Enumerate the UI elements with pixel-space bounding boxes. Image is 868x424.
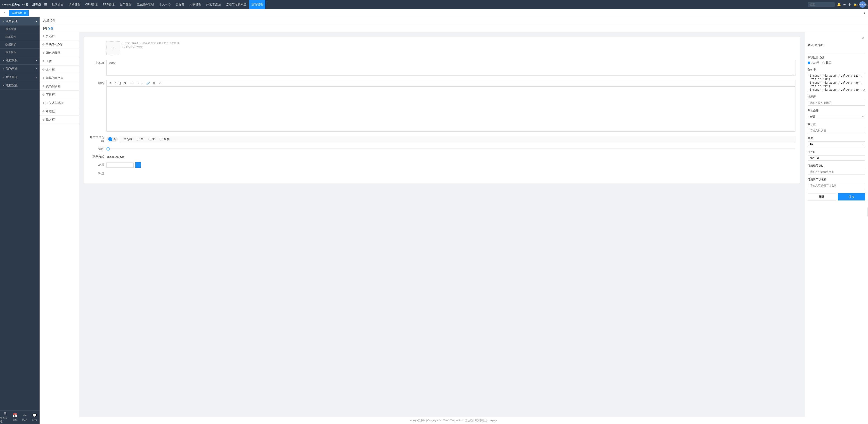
save-icon: 💾: [43, 27, 47, 30]
nav-more-icon[interactable]: ›: [266, 0, 269, 9]
search-input[interactable]: [808, 2, 835, 7]
sidebar-item-my-tasks[interactable]: ≡ 我的事务 ▾: [0, 65, 39, 73]
radio-json[interactable]: Json串: [808, 61, 819, 65]
panel-edit-node-name-input[interactable]: [808, 183, 865, 188]
upload-box[interactable]: +: [106, 41, 120, 55]
nav-item-personal[interactable]: 个人中心: [157, 0, 173, 9]
radio-circle-monster: [160, 138, 163, 141]
avatar[interactable]: chendong...: [860, 1, 866, 8]
toggle-switch[interactable]: 否: [106, 137, 118, 142]
radio-item-male[interactable]: 男: [137, 137, 144, 141]
sidebar-item-process-template[interactable]: ≡ 流程模板 ▾: [0, 56, 39, 65]
sidebar-item-all-tasks[interactable]: ≡ 所有事务 ▾: [0, 73, 39, 81]
emoji-button[interactable]: ☺: [158, 81, 162, 85]
nav-item-dev[interactable]: 开发者桌面: [204, 0, 223, 9]
sidebar-item-process-config[interactable]: ≡ 流程配置: [0, 81, 39, 90]
nav-item-erp[interactable]: ERP管理: [100, 0, 117, 9]
canvas-inner: + 只支持 PNG,JPG,jpeg,gif 格式,最多上传 1 个文件 格 式…: [84, 37, 800, 184]
text-textarea[interactable]: [106, 60, 796, 76]
panel-default-input[interactable]: [808, 128, 865, 133]
underline-button[interactable]: U: [118, 81, 122, 85]
panel-limit-select[interactable]: 全部: [808, 114, 865, 119]
panel-width-label: 宽度: [808, 136, 865, 140]
resize-handle[interactable]: [867, 208, 868, 216]
home-button[interactable]: ⌂: [1, 9, 8, 17]
nav-item-cloud[interactable]: 云服务: [174, 0, 187, 9]
hamburger-icon[interactable]: ☰: [44, 2, 47, 7]
title-input-1[interactable]: [106, 162, 133, 168]
panel-close-button[interactable]: ✕: [860, 35, 865, 41]
settings-icon[interactable]: ⚙: [848, 3, 851, 6]
save-button[interactable]: 💾 保存: [43, 26, 54, 31]
textarea-row: 文本框: [88, 60, 796, 77]
nav-item-default[interactable]: 默认桌面: [50, 0, 66, 9]
comp-dropdown[interactable]: ✛ 下拉框: [39, 91, 79, 99]
panel-edit-node-id-input[interactable]: [808, 169, 865, 175]
comp-textarea[interactable]: ✛ 文本框: [39, 65, 79, 74]
radio-item-monster[interactable]: 妖怪: [160, 137, 170, 141]
tab-form-template[interactable]: 表单模板 ✕: [9, 10, 29, 16]
bottom-nav-notes[interactable]: ✏ 笔记: [20, 411, 30, 424]
save-panel-button[interactable]: 保存: [838, 193, 866, 201]
message-icon[interactable]: ✉: [843, 3, 846, 6]
panel-hint-input[interactable]: [808, 100, 865, 105]
textarea-label: 文本框: [88, 60, 106, 66]
sidebar-item-form-template[interactable]: 表单模板: [0, 49, 39, 56]
comp-toggle-radio[interactable]: ✛ 开关式单选框: [39, 99, 79, 108]
nav-item-workflow[interactable]: 流程管理: [249, 0, 266, 9]
richtext-row: 给跑 B I U S ≡ ≡ ≡ 🔗: [88, 80, 796, 131]
form-header: 表单控件: [39, 17, 868, 25]
nav-item-aftersales[interactable]: 售后服务管理: [134, 0, 156, 9]
comp-slider[interactable]: ✛ 滑块(1~100): [39, 40, 79, 49]
comp-code-editor[interactable]: ✛ 代码编辑器: [39, 82, 79, 91]
sidebar-item-form-control[interactable]: 表单控件: [0, 33, 39, 41]
comp-radio[interactable]: ✛ 单选框: [39, 108, 79, 116]
radio-api[interactable]: 接口: [822, 61, 831, 65]
sidebar-item-form-management[interactable]: ≡ 表单管理 ▾: [0, 17, 39, 26]
nav-item-school[interactable]: 学校管理: [66, 0, 83, 9]
tab-expand-button[interactable]: ▾: [862, 11, 867, 15]
bell-icon[interactable]: 🔔: [837, 3, 841, 6]
radio-item-female[interactable]: 女: [148, 137, 155, 141]
bold-button[interactable]: B: [108, 81, 112, 85]
slider-label: 请问: [88, 147, 106, 151]
comp-upload[interactable]: ✛ 上传: [39, 57, 79, 65]
panel-control-id-input[interactable]: [808, 155, 865, 161]
textarea-control: [106, 60, 796, 77]
forum-icon: 💬: [32, 413, 37, 418]
link-button[interactable]: 🔗: [145, 81, 151, 85]
nav-item-production[interactable]: 生产管理: [117, 0, 133, 9]
table-button[interactable]: ⊞: [152, 81, 156, 85]
tab-close-icon[interactable]: ✕: [24, 11, 26, 14]
panel-json-textarea[interactable]: {"name":"danxuan","value":"123","title":…: [808, 73, 865, 91]
bottom-nav-calendar[interactable]: 📅 日程: [10, 411, 20, 424]
italic-button[interactable]: I: [114, 81, 116, 85]
sidebar-item-data-template[interactable]: 数据模板: [0, 41, 39, 49]
nav-item-monitor[interactable]: 监控与报表系统: [223, 0, 249, 9]
bottom-nav-forum[interactable]: 💬 论坛: [30, 411, 39, 424]
nav-item-crm[interactable]: CRM管理: [83, 0, 100, 9]
slider-track[interactable]: [106, 149, 796, 149]
sidebar-item-form-limit[interactable]: 表单限制: [0, 26, 39, 33]
align-right-button[interactable]: ≡: [141, 81, 144, 85]
comp-input[interactable]: ✛ 输入框: [39, 116, 79, 124]
comp-richtext[interactable]: ✛ 简单的富文本: [39, 74, 79, 82]
richtext-control: B I U S ≡ ≡ ≡ 🔗 ⊞ ☺: [106, 80, 796, 131]
title-color-box[interactable]: [135, 162, 141, 168]
strikethrough-button[interactable]: S: [123, 81, 127, 85]
nav-item-hr[interactable]: 人事管理: [187, 0, 204, 9]
comp-color-picker[interactable]: ✛ 颜色选择器: [39, 49, 79, 57]
panel-json-label: Json串: [808, 68, 865, 72]
richtext-content[interactable]: [106, 86, 796, 131]
panel-limit-label: 限制条件: [808, 109, 865, 113]
upload-hint: 只支持 PNG,JPG,jpeg,gif 格式,最多上传 1 个文件 格: [122, 41, 180, 45]
footer: skyeye云系列 | Copyright © 2018~2020 | auth…: [39, 417, 868, 424]
top-navigation: skyeye云办公 作者： 卫志强 ☰ 默认桌面 学校管理 CRM管理 ERP管…: [0, 0, 868, 9]
drag-icon: ✛: [42, 35, 44, 38]
align-center-button[interactable]: ≡: [135, 81, 139, 85]
delete-button[interactable]: 删除: [808, 193, 836, 201]
panel-width-select[interactable]: 1/2: [808, 142, 865, 147]
bottom-nav-files[interactable]: ☰ 文件管理: [0, 411, 10, 424]
align-left-button[interactable]: ≡: [131, 81, 134, 85]
comp-checkbox[interactable]: ✛ 多选框: [39, 32, 79, 40]
